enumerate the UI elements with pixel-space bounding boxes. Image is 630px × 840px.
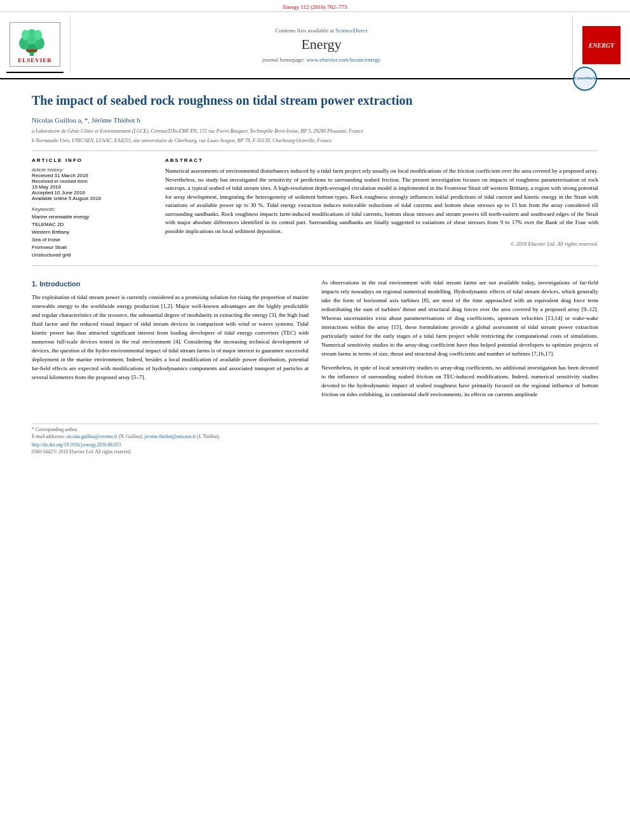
elsevier-tree-icon <box>13 25 51 57</box>
article-content: CrossMark The impact of seabed rock roug… <box>0 79 630 467</box>
intro-para-1: The exploitation of tidal stream power i… <box>32 293 309 382</box>
sciencedirect-link[interactable]: ScienceDirect <box>335 27 367 34</box>
citation-bar: Energy 112 (2016) 762–773 <box>0 0 630 12</box>
email-footnote: E-mail addresses: nicolas.guillou@cerema… <box>32 434 598 439</box>
citation-text: Energy 112 (2016) 762–773 <box>283 4 347 10</box>
journal-center: Contents lists available at ScienceDirec… <box>70 17 573 73</box>
energy-logo-box: ENERGY <box>582 26 620 64</box>
keyword-2: TELEMAC 2D <box>32 221 152 229</box>
doi-link[interactable]: http://dx.doi.org/10.1016/j.energy.2016.… <box>32 442 598 448</box>
abstract-text: Numerical assessments of environmental d… <box>165 167 598 236</box>
elsevier-label: ELSEVIER <box>13 57 57 63</box>
affiliation-a: a Laboratoire de Génie Côtier et Environ… <box>32 128 598 135</box>
elsevier-box: ELSEVIER <box>10 22 60 67</box>
introduction-section: 1. Introduction The exploitation of tida… <box>32 279 598 404</box>
body-two-col: 1. Introduction The exploitation of tida… <box>32 279 598 404</box>
divider-1 <box>32 150 598 151</box>
svg-rect-7 <box>27 50 37 52</box>
body-col-right: As observations in the real environment … <box>321 279 598 404</box>
email-1-link[interactable]: nicolas.guillou@cerema.fr <box>67 434 117 439</box>
contents-line: Contents lists available at ScienceDirec… <box>276 27 368 34</box>
keywords-label: Keywords: <box>32 206 152 212</box>
journal-logo-right: ENERGY <box>579 17 624 73</box>
email-2-link[interactable]: jerome.thiebot@unicaen.fr <box>145 434 196 439</box>
received-date: Received 31 March 2016 <box>32 173 152 178</box>
history-label: Article history: <box>32 167 152 173</box>
keyword-6: Unstructured grid <box>32 251 152 259</box>
keyword-5: Fromveur Strait <box>32 244 152 251</box>
affiliation-b: b Normandie Univ, UNICAEN, LUSAC, EA4253… <box>32 137 598 144</box>
available-date: Available online 5 August 2016 <box>32 196 152 201</box>
keyword-1: Marine renewable energy <box>32 213 152 221</box>
footer-section: * Corresponding author. E-mail addresses… <box>32 423 598 455</box>
intro-para-3: Nevertheless, in spite of local sensitiv… <box>321 364 598 399</box>
journal-title-header: Energy <box>301 36 341 53</box>
elsevier-logo-area: ELSEVIER <box>6 17 64 73</box>
article-history: Article history: Received 31 March 2016 … <box>32 167 152 201</box>
article-title: The impact of seabed rock roughness on t… <box>32 92 598 109</box>
svg-point-5 <box>22 30 29 40</box>
article-info-label: ARTICLE INFO <box>32 157 152 163</box>
intro-para-2: As observations in the real environment … <box>321 279 598 358</box>
copyright-line: © 2016 Elsevier Ltd. All rights reserved… <box>165 241 598 247</box>
authors-line: Nicolas Guillou a, *, Jérôme Thiébot b <box>32 116 598 124</box>
corresponding-author-note: * Corresponding author. <box>32 427 598 432</box>
abstract-col: ABSTRACT Numerical assessments of enviro… <box>165 157 598 259</box>
homepage-line: journal homepage: www.elsevier.com/locat… <box>262 57 381 63</box>
svg-point-6 <box>34 30 42 40</box>
journal-header: ELSEVIER Contents lists available at Sci… <box>0 12 630 79</box>
info-abstract-section: ARTICLE INFO Article history: Received 3… <box>32 157 598 259</box>
body-col-left: 1. Introduction The exploitation of tida… <box>32 279 309 404</box>
revised-date: 19 May 2016 <box>32 184 152 190</box>
crossmark-label: CrossMark <box>574 76 596 81</box>
divider-2 <box>32 265 598 266</box>
keywords-section: Keywords: Marine renewable energy TELEMA… <box>32 206 152 259</box>
article-info-col: ARTICLE INFO Article history: Received 3… <box>32 157 152 259</box>
abstract-label: ABSTRACT <box>165 157 598 163</box>
keyword-3: Western Brittany <box>32 229 152 236</box>
issn-line: 0360-5442/© 2016 Elsevier Ltd. All right… <box>32 449 598 455</box>
homepage-url[interactable]: www.elsevier.com/locate/energy <box>306 57 380 63</box>
section-heading: 1. Introduction <box>32 279 309 290</box>
keyword-4: Sea of Iroise <box>32 236 152 244</box>
revised-label: Received in revised form <box>32 178 152 184</box>
accepted-date: Accepted 10 June 2016 <box>32 190 152 196</box>
